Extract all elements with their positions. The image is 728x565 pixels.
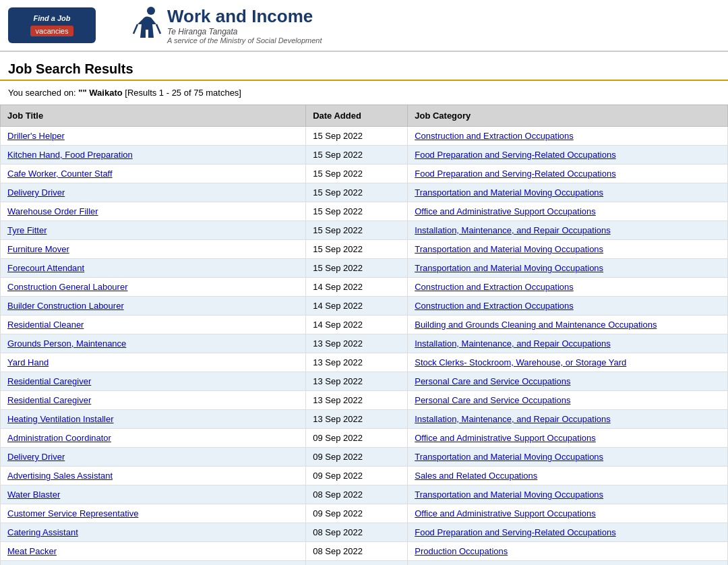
job-category-link[interactable]: Installation, Maintenance, and Repair Oc… xyxy=(415,338,611,349)
job-title-cell: Delivery Driver xyxy=(1,448,306,467)
job-title-cell: Administration Coordinator xyxy=(1,429,306,448)
job-category-link[interactable]: Office and Administrative Support Occupa… xyxy=(415,433,596,443)
job-title-link[interactable]: Delivery Driver xyxy=(7,452,65,462)
job-title-cell: Residential Caregiver xyxy=(1,391,306,410)
job-category-link[interactable]: Transportation and Material Moving Occup… xyxy=(415,263,603,273)
job-title-cell: Grounds Person, Maintenance xyxy=(1,334,306,353)
job-date-cell: 13 Sep 2022 xyxy=(306,391,408,410)
job-category-link[interactable]: Office and Administrative Support Occupa… xyxy=(415,508,596,518)
job-date-cell: 09 Sep 2022 xyxy=(306,448,408,467)
job-title-link[interactable]: Residential Caregiver xyxy=(7,395,91,405)
job-title-link[interactable]: Builder Construction Labourer xyxy=(7,301,124,311)
job-title-cell: Heating Ventilation Installer xyxy=(1,410,306,429)
job-category-link[interactable]: Office and Administrative Support Occupa… xyxy=(415,206,596,216)
job-title-link[interactable]: Warehouse Order Filler xyxy=(7,206,98,216)
job-category-link[interactable]: Construction and Extraction Occupations xyxy=(415,301,574,311)
job-date-cell: 14 Sep 2022 xyxy=(306,316,408,334)
table-row: Maintenance Technician08 Sep 2022Install… xyxy=(1,561,728,566)
job-category-link[interactable]: Transportation and Material Moving Occup… xyxy=(415,452,603,462)
page-header: Find a Job vacancies Work and Income Te … xyxy=(0,0,728,52)
work-income-logo: Work and Income Te Hiranga Tangata A ser… xyxy=(129,5,322,45)
search-info-pre: You searched on: xyxy=(8,88,76,98)
job-category-cell: Stock Clerks- Stockroom, Warehouse, or S… xyxy=(408,353,728,372)
job-category-link[interactable]: Building and Grounds Cleaning and Mainte… xyxy=(415,320,657,330)
job-title-cell: Tyre Fitter xyxy=(1,221,306,240)
job-category-link[interactable]: Food Preparation and Serving-Related Occ… xyxy=(415,527,615,537)
job-title-cell: Customer Service Representative xyxy=(1,504,306,523)
work-income-tagline: A service of the Ministry of Social Deve… xyxy=(167,36,322,44)
job-category-cell: Transportation and Material Moving Occup… xyxy=(408,183,728,202)
job-category-link[interactable]: Production Occupations xyxy=(415,546,508,556)
job-title-link[interactable]: Driller's Helper xyxy=(7,131,65,141)
work-income-subtitle: Te Hiranga Tangata xyxy=(167,27,322,36)
job-title-cell: Builder Construction Labourer xyxy=(1,297,306,316)
job-category-link[interactable]: Transportation and Material Moving Occup… xyxy=(415,489,603,500)
job-title-cell: Kitchen Hand, Food Preparation xyxy=(1,146,306,165)
job-category-link[interactable]: Construction and Extraction Occupations xyxy=(415,282,574,292)
table-row: Warehouse Order Filler15 Sep 2022Office … xyxy=(1,202,728,221)
job-title-link[interactable]: Grounds Person, Maintenance xyxy=(7,338,126,349)
job-title-link[interactable]: Administration Coordinator xyxy=(7,433,111,443)
page-title-section: Job Search Results xyxy=(0,52,728,81)
job-category-cell: Personal Care and Service Occupations xyxy=(408,391,728,410)
job-title-link[interactable]: Yard Hand xyxy=(7,357,49,367)
job-title-link[interactable]: Heating Ventilation Installer xyxy=(7,414,114,424)
job-category-cell: Food Preparation and Serving-Related Occ… xyxy=(408,146,728,165)
job-title-link[interactable]: Residential Caregiver xyxy=(7,376,91,386)
job-title-cell: Construction General Labourer xyxy=(1,278,306,297)
job-title-link[interactable]: Furniture Mover xyxy=(7,244,69,254)
job-category-link[interactable]: Food Preparation and Serving-Related Occ… xyxy=(415,169,615,179)
job-category-cell: Office and Administrative Support Occupa… xyxy=(408,202,728,221)
job-title-link[interactable]: Tyre Fitter xyxy=(7,225,47,235)
job-category-cell: Office and Administrative Support Occupa… xyxy=(408,429,728,448)
job-date-cell: 13 Sep 2022 xyxy=(306,353,408,372)
job-title-link[interactable]: Catering Assistant xyxy=(7,527,78,537)
job-category-cell: Food Preparation and Serving-Related Occ… xyxy=(408,165,728,183)
job-category-link[interactable]: Food Preparation and Serving-Related Occ… xyxy=(415,150,615,160)
job-category-link[interactable]: Stock Clerks- Stockroom, Warehouse, or S… xyxy=(415,357,626,367)
table-row: Meat Packer08 Sep 2022Production Occupat… xyxy=(1,542,728,561)
job-category-link[interactable]: Sales and Related Occupations xyxy=(415,471,537,481)
job-title-link[interactable]: Residential Cleaner xyxy=(7,320,84,330)
col-header-category: Job Category xyxy=(408,105,728,127)
job-title-link[interactable]: Kitchen Hand, Food Preparation xyxy=(7,150,133,160)
job-category-link[interactable]: Personal Care and Service Occupations xyxy=(415,376,570,386)
table-row: Residential Caregiver13 Sep 2022Personal… xyxy=(1,391,728,410)
job-category-cell: Building and Grounds Cleaning and Mainte… xyxy=(408,316,728,334)
col-header-title: Job Title xyxy=(1,105,306,127)
job-date-cell: 13 Sep 2022 xyxy=(306,410,408,429)
find-a-job-logo-box: Find a Job vacancies xyxy=(8,7,96,42)
job-category-link[interactable]: Personal Care and Service Occupations xyxy=(415,395,570,405)
job-category-cell: Production Occupations xyxy=(408,542,728,561)
job-date-cell: 15 Sep 2022 xyxy=(306,127,408,146)
job-title-cell: Meat Packer xyxy=(1,542,306,561)
job-category-cell: Transportation and Material Moving Occup… xyxy=(408,448,728,467)
job-category-link[interactable]: Transportation and Material Moving Occup… xyxy=(415,244,603,254)
job-title-link[interactable]: Delivery Driver xyxy=(7,187,65,198)
job-title-link[interactable]: Cafe Worker, Counter Staff xyxy=(7,169,113,179)
job-category-cell: Installation, Maintenance, and Repair Oc… xyxy=(408,334,728,353)
job-date-cell: 09 Sep 2022 xyxy=(306,467,408,485)
job-date-cell: 09 Sep 2022 xyxy=(306,429,408,448)
job-category-link[interactable]: Installation, Maintenance, and Repair Oc… xyxy=(415,225,611,235)
job-title-link[interactable]: Construction General Labourer xyxy=(7,282,128,292)
table-row: Furniture Mover15 Sep 2022Transportation… xyxy=(1,240,728,259)
table-row: Kitchen Hand, Food Preparation15 Sep 202… xyxy=(1,146,728,165)
job-title-link[interactable]: Advertising Sales Assistant xyxy=(7,471,113,481)
table-row: Delivery Driver09 Sep 2022Transportation… xyxy=(1,448,728,467)
job-title-link[interactable]: Meat Packer xyxy=(7,546,57,556)
search-results-text: [Results 1 - 25 of 75 matches] xyxy=(125,88,241,98)
job-category-link[interactable]: Installation, Maintenance, and Repair Oc… xyxy=(415,414,611,424)
job-category-link[interactable]: Construction and Extraction Occupations xyxy=(415,131,574,141)
job-category-cell: Installation, Maintenance, and Repair Oc… xyxy=(408,561,728,566)
job-category-cell: Transportation and Material Moving Occup… xyxy=(408,259,728,278)
job-title-link[interactable]: Customer Service Representative xyxy=(7,508,138,518)
search-location: Waikato xyxy=(89,88,122,98)
job-category-link[interactable]: Transportation and Material Moving Occup… xyxy=(415,187,603,198)
table-row: Forecourt Attendant15 Sep 2022Transporta… xyxy=(1,259,728,278)
job-title-link[interactable]: Water Blaster xyxy=(7,489,60,500)
job-date-cell: 15 Sep 2022 xyxy=(306,165,408,183)
table-row: Driller's Helper15 Sep 2022Construction … xyxy=(1,127,728,146)
job-category-cell: Transportation and Material Moving Occup… xyxy=(408,240,728,259)
job-title-link[interactable]: Forecourt Attendant xyxy=(7,263,84,273)
